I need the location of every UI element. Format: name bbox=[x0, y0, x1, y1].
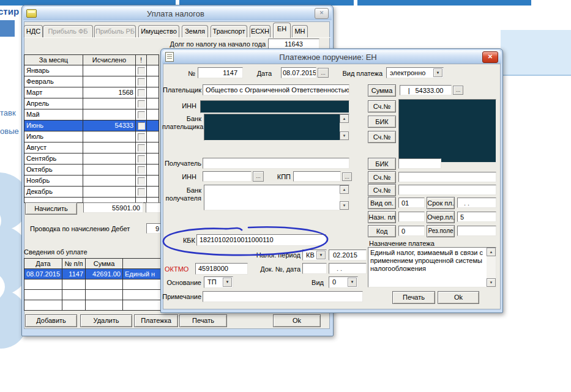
tab-Прибыль РБ[interactable]: Прибыль РБ bbox=[94, 25, 136, 37]
payer-bik-label-button[interactable]: БИК bbox=[368, 116, 396, 128]
flag-cell[interactable] bbox=[136, 131, 147, 142]
tab-Прибыль ФБ[interactable]: Прибыль ФБ bbox=[43, 25, 93, 37]
close-icon[interactable]: ✕ bbox=[315, 8, 329, 19]
flag-cell[interactable] bbox=[136, 176, 147, 187]
recipient-account-field[interactable] bbox=[398, 172, 496, 182]
dialog-print-button[interactable]: Печать bbox=[392, 291, 435, 304]
scroll-down-icon[interactable]: ▼ bbox=[487, 278, 496, 287]
number-field[interactable]: 1147 bbox=[198, 67, 243, 78]
month-row[interactable]: Май bbox=[24, 109, 159, 120]
chevron-down-icon[interactable]: ▼ bbox=[223, 278, 232, 287]
add-button[interactable]: Добавить bbox=[25, 314, 77, 327]
month-row[interactable]: Ноябрь bbox=[24, 176, 159, 187]
payer-inn-field-redacted[interactable] bbox=[200, 100, 349, 113]
dialog-ok-button[interactable]: Ok bbox=[438, 291, 479, 304]
kpp-picker-button[interactable]: ... bbox=[342, 172, 352, 181]
tab-НДС[interactable]: НДС bbox=[24, 25, 43, 37]
priority-label-button[interactable]: Очер.пл. bbox=[427, 211, 455, 223]
doc-date-field[interactable]: . . bbox=[329, 263, 367, 274]
payer-account-label-button[interactable]: Сч.№ bbox=[368, 100, 396, 113]
month-row[interactable]: Сентябрь bbox=[24, 153, 159, 165]
sum-field[interactable]: |54333.00 bbox=[400, 85, 452, 95]
checkbox-icon[interactable] bbox=[138, 100, 145, 108]
flag-cell[interactable] bbox=[136, 109, 147, 120]
payments-table[interactable]: Дата № п/п Сумма 08.07.2015114742691.00Е… bbox=[24, 258, 182, 311]
debt-field[interactable]: 11643 bbox=[268, 39, 319, 49]
payer-bank-details-redacted[interactable] bbox=[398, 99, 496, 163]
reserve-field[interactable] bbox=[457, 226, 496, 236]
chevron-down-icon[interactable]: ▼ bbox=[348, 278, 357, 287]
checkbox-icon[interactable] bbox=[138, 155, 145, 163]
checkbox-icon[interactable] bbox=[138, 166, 145, 174]
recipient-account-label-button[interactable]: Сч.№ bbox=[368, 171, 396, 183]
month-row[interactable]: Июнь54333 bbox=[24, 120, 159, 131]
checkbox-icon[interactable] bbox=[138, 133, 145, 141]
payer-bank-box[interactable]: ▲ ▼ bbox=[204, 114, 349, 141]
recipient-account2-label-button[interactable]: Сч.№ bbox=[368, 184, 396, 196]
oktmo-field[interactable]: 45918000 bbox=[195, 263, 248, 275]
flag-cell[interactable] bbox=[136, 142, 147, 153]
month-row[interactable]: Февраль bbox=[24, 76, 159, 87]
nazn-field[interactable] bbox=[398, 212, 425, 222]
flag-cell[interactable] bbox=[136, 87, 147, 98]
flag-cell[interactable] bbox=[136, 98, 147, 109]
purpose-box[interactable]: Единый налог, взимаемый в связи с примен… bbox=[368, 247, 496, 287]
op-kind-field[interactable]: 01 bbox=[398, 198, 425, 208]
payment-order-button[interactable]: Платежка bbox=[134, 314, 178, 327]
doc-num-field[interactable] bbox=[302, 263, 327, 274]
code-field[interactable]: 0 bbox=[398, 226, 425, 236]
flag-cell[interactable] bbox=[136, 76, 147, 87]
month-row[interactable]: Октябрь bbox=[24, 165, 159, 176]
vid-combo[interactable]: 0 ▼ bbox=[329, 276, 358, 288]
recipient-bik-field[interactable] bbox=[398, 158, 441, 169]
payment-row[interactable] bbox=[24, 300, 181, 311]
tax-window-titlebar[interactable]: Уплата налогов ✕ bbox=[23, 7, 332, 20]
basis-combo[interactable]: ТП ▼ bbox=[204, 276, 233, 288]
note-field[interactable] bbox=[203, 291, 363, 302]
chevron-down-icon[interactable]: ▼ bbox=[316, 251, 326, 259]
ok-button[interactable]: Ok bbox=[273, 314, 321, 327]
checkbox-icon[interactable] bbox=[138, 111, 145, 119]
inn-picker-button[interactable]: ... bbox=[253, 171, 264, 182]
month-row[interactable]: Июль bbox=[24, 131, 159, 142]
tab-Земля[interactable]: Земля bbox=[182, 25, 208, 37]
payment-kind-combo[interactable]: электронно ▼ bbox=[386, 67, 444, 78]
tab-МН[interactable]: МН bbox=[292, 25, 308, 37]
pay-term-field[interactable]: . . bbox=[457, 198, 496, 208]
flag-cell[interactable] bbox=[136, 153, 147, 165]
code-label-button[interactable]: Код bbox=[368, 225, 396, 237]
sum-picker-button[interactable]: ... bbox=[453, 86, 463, 95]
payer-field[interactable]: Общество с Ограниченной Ответственностью… bbox=[203, 84, 349, 95]
checkbox-icon[interactable] bbox=[138, 67, 145, 75]
month-row[interactable]: Январь bbox=[24, 65, 159, 76]
flag-cell[interactable] bbox=[136, 120, 147, 131]
checkbox-icon[interactable] bbox=[138, 144, 145, 152]
checkbox-icon[interactable] bbox=[138, 188, 145, 196]
priority-field[interactable]: 5 bbox=[457, 212, 496, 222]
scroll-up-icon[interactable]: ▲ bbox=[340, 114, 349, 123]
tab-Транспорт[interactable]: Транспорт bbox=[211, 25, 247, 37]
scrollbar[interactable]: ▲ ▼ bbox=[487, 248, 496, 287]
scroll-up-icon[interactable]: ▲ bbox=[340, 185, 349, 194]
month-row[interactable]: Декабрь bbox=[24, 187, 159, 198]
accrue-button[interactable]: Начислить bbox=[25, 202, 77, 215]
recipient-account2-field[interactable] bbox=[398, 185, 496, 195]
tax-period-field[interactable]: 02.2015 bbox=[329, 250, 367, 261]
recipient-field[interactable] bbox=[203, 158, 349, 169]
checkbox-icon[interactable] bbox=[138, 122, 145, 130]
reserve-label-button[interactable]: Рез.поле bbox=[427, 225, 455, 237]
month-row[interactable]: Март1568 bbox=[24, 87, 159, 98]
payment-row[interactable] bbox=[24, 279, 181, 290]
print-button[interactable]: Печать bbox=[179, 314, 227, 327]
scroll-down-icon[interactable]: ▼ bbox=[340, 201, 349, 210]
kbk-field[interactable]: 18210102010011000110 bbox=[196, 234, 326, 246]
tab-ЕН[interactable]: ЕН bbox=[273, 23, 291, 38]
flag-cell[interactable] bbox=[136, 65, 147, 76]
month-row[interactable]: Апрель bbox=[24, 98, 159, 109]
op-kind-label-button[interactable]: Вид оп. bbox=[368, 197, 396, 209]
payment-row[interactable] bbox=[24, 290, 181, 300]
checkbox-icon[interactable] bbox=[138, 89, 145, 97]
sum-label-button[interactable]: Сумма bbox=[368, 84, 396, 97]
close-icon[interactable]: ✕ bbox=[482, 51, 498, 63]
date-field[interactable]: 08.07.2015 bbox=[281, 67, 316, 78]
